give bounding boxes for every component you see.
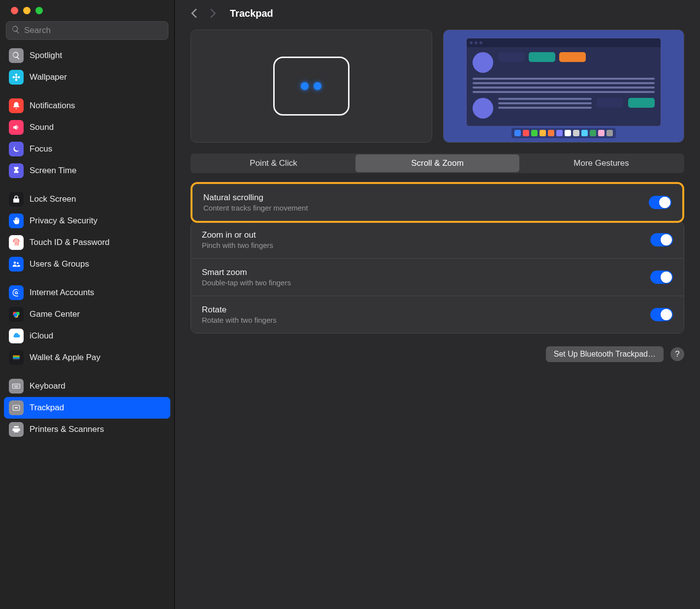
preview-window-icon (466, 38, 662, 126)
trackpad-gesture-preview (191, 30, 432, 143)
sidebar-item-users-groups[interactable]: Users & Groups (4, 253, 170, 275)
svg-rect-14 (13, 358, 20, 359)
svg-rect-19 (17, 385, 18, 386)
search-icon (11, 25, 20, 36)
setting-title: Zoom in or out (202, 230, 650, 240)
sidebar-item-label: Game Center (30, 309, 80, 319)
keyboard-icon (9, 379, 24, 394)
close-window-button[interactable] (11, 7, 18, 14)
flower-icon (9, 70, 24, 85)
sidebar-item-spotlight[interactable]: Spotlight (4, 45, 170, 66)
sidebar-item-label: Spotlight (30, 51, 62, 61)
svg-rect-22 (13, 405, 20, 411)
highlighted-setting: Natural scrollingContent tracks finger m… (191, 182, 684, 223)
lock-icon (9, 192, 24, 207)
setup-bluetooth-trackpad-button[interactable]: Set Up Bluetooth Trackpad… (546, 346, 664, 362)
sidebar-item-label: Users & Groups (30, 259, 89, 269)
setting-subtitle: Content tracks finger movement (203, 204, 649, 212)
tab-more-gestures[interactable]: More Gestures (519, 154, 683, 172)
sidebar-item-printers-scanners[interactable]: Printers & Scanners (4, 419, 170, 440)
sidebar-item-screen-time[interactable]: Screen Time (4, 160, 170, 182)
svg-point-10 (14, 313, 18, 317)
sidebar-item-lock-screen[interactable]: Lock Screen (4, 188, 170, 210)
desktop-preview (443, 30, 685, 143)
sidebar-item-label: Touch ID & Password (30, 238, 110, 247)
svg-rect-12 (13, 356, 20, 357)
page-title: Trackpad (230, 8, 273, 19)
svg-rect-17 (15, 385, 16, 386)
search-input[interactable] (24, 26, 163, 35)
sidebar-item-game-center[interactable]: Game Center (4, 304, 170, 325)
rotate-toggle[interactable] (650, 308, 673, 321)
tab-bar: Point & ClickScroll & ZoomMore Gestures (191, 153, 684, 173)
back-button[interactable] (190, 7, 198, 20)
setting-row-zoom-in-or-out: Zoom in or outPinch with two fingers (191, 221, 684, 259)
trackpad-icon (9, 400, 24, 415)
sidebar-item-label: Focus (30, 144, 52, 154)
svg-point-3 (13, 76, 15, 79)
sidebar-item-focus[interactable]: Focus (4, 138, 170, 160)
zoom-window-button[interactable] (35, 7, 43, 14)
finger-dot-icon (314, 82, 321, 90)
cloud-icon (9, 329, 24, 343)
zoom-in-or-out-toggle[interactable] (650, 233, 673, 246)
help-button[interactable]: ? (670, 347, 684, 361)
speaker-icon (9, 120, 24, 135)
sidebar-item-trackpad[interactable]: Trackpad (4, 397, 170, 419)
sidebar-item-label: Wallpaper (30, 72, 67, 82)
sidebar-item-keyboard[interactable]: Keyboard (4, 375, 170, 397)
sidebar-item-privacy-security[interactable]: Privacy & Security (4, 210, 170, 232)
svg-rect-20 (18, 385, 19, 386)
sidebar-item-notifications[interactable]: Notifications (4, 95, 170, 117)
gamecenter-icon (9, 307, 24, 322)
window-controls (0, 0, 174, 19)
preview-row (191, 30, 684, 143)
main-content: Trackpad (175, 0, 700, 609)
sidebar: SpotlightWallpaperNotificationsSoundFocu… (0, 0, 175, 609)
setting-title: Natural scrolling (203, 193, 649, 203)
svg-rect-21 (14, 387, 18, 388)
preview-dock-icon (511, 128, 616, 138)
sidebar-item-icloud[interactable]: iCloud (4, 325, 170, 347)
minimize-window-button[interactable] (23, 7, 31, 14)
setting-row-smart-zoom: Smart zoomDouble-tap with two fingers (191, 259, 684, 296)
sidebar-item-wallpaper[interactable]: Wallpaper (4, 66, 170, 88)
setting-subtitle: Rotate with two fingers (202, 316, 650, 324)
setting-subtitle: Double-tap with two fingers (202, 278, 650, 287)
sidebar-item-label: iCloud (30, 331, 53, 341)
setting-row-natural-scrolling: Natural scrollingContent tracks finger m… (192, 184, 682, 221)
sidebar-item-label: Privacy & Security (30, 216, 97, 226)
svg-point-4 (18, 76, 20, 79)
sidebar-item-sound[interactable]: Sound (4, 117, 170, 138)
svg-rect-13 (13, 357, 20, 358)
setting-row-rotate: RotateRotate with two fingers (191, 296, 684, 333)
tab-point-click[interactable]: Point & Click (191, 154, 355, 172)
users-icon (9, 257, 24, 272)
svg-point-24 (17, 407, 18, 408)
natural-scrolling-toggle[interactable] (649, 196, 671, 209)
hourglass-icon (9, 163, 24, 178)
svg-rect-18 (16, 385, 17, 386)
sidebar-item-label: Printers & Scanners (30, 425, 104, 434)
search-field[interactable] (6, 21, 168, 40)
setting-title: Rotate (202, 305, 650, 315)
svg-point-1 (15, 74, 18, 76)
settings-card: Zoom in or outPinch with two fingersSmar… (191, 221, 684, 334)
sidebar-item-label: Sound (30, 122, 54, 132)
svg-point-2 (15, 79, 18, 81)
printer-icon (9, 422, 24, 437)
sidebar-item-touch-id-password[interactable]: Touch ID & Password (4, 232, 170, 253)
smart-zoom-toggle[interactable] (650, 271, 673, 284)
svg-point-6 (17, 262, 19, 264)
setting-title: Smart zoom (202, 268, 650, 277)
fingerprint-icon (9, 235, 24, 250)
sidebar-item-label: Wallet & Apple Pay (30, 353, 100, 363)
tab-scroll-zoom[interactable]: Scroll & Zoom (355, 154, 519, 172)
sidebar-item-internet-accounts[interactable]: Internet Accounts (4, 282, 170, 304)
forward-button[interactable] (208, 7, 217, 20)
svg-rect-15 (13, 384, 20, 389)
trackpad-icon (273, 57, 350, 116)
svg-rect-16 (14, 385, 15, 386)
svg-point-5 (14, 262, 16, 264)
sidebar-item-wallet-apple-pay[interactable]: Wallet & Apple Pay (4, 347, 170, 368)
